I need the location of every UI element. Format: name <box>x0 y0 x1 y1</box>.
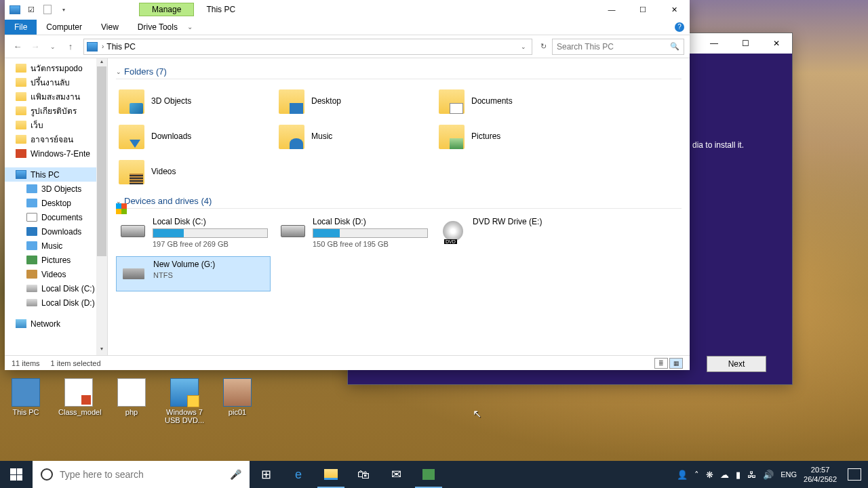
view-large-icons-icon[interactable]: ▦ <box>669 358 683 369</box>
installer-minimize[interactable]: — <box>698 33 730 54</box>
nav-documents[interactable]: Documents <box>5 210 107 224</box>
store-icon[interactable]: 🛍 <box>347 461 380 488</box>
search-box[interactable]: 🔍 <box>552 39 684 55</box>
collapse-icon[interactable]: ⌄ <box>116 68 121 75</box>
nav-quick-item[interactable]: แพิมสะสมงาน <box>5 89 107 104</box>
nav-desktop[interactable]: Desktop <box>5 196 107 210</box>
taskbar-search-input[interactable] <box>60 469 223 480</box>
nav-videos[interactable]: Videos <box>5 267 107 281</box>
explorer-icon[interactable] <box>315 461 347 488</box>
forward-button[interactable]: → <box>28 39 43 54</box>
new-icon[interactable] <box>40 2 55 17</box>
nav-quick-item[interactable]: รูปเกียรติบัตร <box>5 104 107 118</box>
app-icon[interactable] <box>412 461 445 488</box>
address-bar[interactable]: › This PC ⌄ <box>83 39 532 55</box>
back-button[interactable]: ← <box>10 39 25 54</box>
nav-quick-item[interactable]: ปรึ้นงานลับ <box>5 75 107 89</box>
nav-downloads[interactable]: Downloads <box>5 224 107 239</box>
minimize-button[interactable]: — <box>596 0 627 19</box>
search-input[interactable] <box>557 42 670 52</box>
drive-c[interactable]: Local Disk (C:) 197 GB free of 269 GB <box>116 214 271 251</box>
nav-quick-item[interactable]: เว็บ <box>5 118 107 132</box>
people-icon[interactable]: 👤 <box>677 470 688 480</box>
up-button[interactable]: ↑ <box>63 39 78 54</box>
folder-videos[interactable]: Videos <box>116 155 271 188</box>
tab-view[interactable]: View <box>92 20 128 35</box>
view-details-icon[interactable]: ≣ <box>654 358 668 369</box>
desktop-class-model[interactable]: Class_model <box>58 378 99 424</box>
folder-icon <box>16 135 26 144</box>
properties-icon[interactable]: ☑ <box>24 2 39 17</box>
nav-3d-objects[interactable]: 3D Objects <box>5 182 107 196</box>
folder-music[interactable]: Music <box>276 120 431 152</box>
drive-e-dvd[interactable]: DVD RW Drive (E:) <box>436 214 591 251</box>
address-text[interactable]: This PC <box>106 42 518 52</box>
address-dropdown-icon[interactable]: ⌄ <box>518 43 529 50</box>
drive-icon <box>26 285 37 292</box>
taskbar-search[interactable]: 🎤 <box>33 461 250 488</box>
desktop-pic01[interactable]: pic01 <box>217 378 258 424</box>
maximize-button[interactable]: ☐ <box>627 0 658 19</box>
tab-file[interactable]: File <box>5 20 37 35</box>
close-button[interactable]: ✕ <box>658 0 690 19</box>
tab-computer[interactable]: Computer <box>37 20 92 35</box>
network-icon[interactable]: 🖧 <box>747 470 756 480</box>
microphone-icon[interactable]: 🎤 <box>230 469 241 480</box>
navigation-bar: ← → ⌄ ↑ › This PC ⌄ ↻ 🔍 <box>5 35 690 58</box>
desktop-this-pc[interactable]: This PC <box>5 378 46 424</box>
nav-scrollbar[interactable]: ▴ ▾ <box>96 58 107 355</box>
clock[interactable]: 20:57 26/4/2562 <box>804 465 837 485</box>
installer-maximize[interactable]: ☐ <box>730 33 761 54</box>
scroll-down-icon[interactable]: ▾ <box>97 346 106 355</box>
drive-g-new-volume[interactable]: New Volume (G:) NTFS <box>116 256 271 291</box>
tab-drive-tools[interactable]: Drive Tools <box>128 20 187 35</box>
installer-next-button[interactable]: Next <box>707 356 766 372</box>
installer-close[interactable]: ✕ <box>761 33 792 54</box>
section-drives[interactable]: ⌄ Devices and drives (4) <box>116 196 682 209</box>
pc-icon <box>7 2 22 17</box>
nav-quick-item[interactable]: อาจารย์จอน <box>5 132 107 146</box>
mail-icon[interactable]: ✉ <box>380 461 412 488</box>
folder-icon <box>16 64 26 73</box>
action-center-icon[interactable] <box>848 468 861 481</box>
content-pane[interactable]: ⌄ Folders (7) 3D Objects Desktop Documen… <box>108 58 690 355</box>
battery-icon[interactable]: ▮ <box>736 470 741 480</box>
videos-icon <box>26 270 37 279</box>
volume-icon[interactable]: 🔊 <box>763 470 774 480</box>
nav-local-disk-c[interactable]: Local Disk (C:) <box>5 281 107 296</box>
nav-quick-item[interactable]: Windows-7-Ente <box>5 146 107 161</box>
tray-expand-icon[interactable]: ˄ <box>694 470 699 480</box>
folder-icon <box>16 106 26 115</box>
language-indicator[interactable]: ENG <box>781 470 797 479</box>
nav-music[interactable]: Music <box>5 239 107 253</box>
nav-network[interactable]: Network <box>5 317 107 331</box>
folder-3d-objects[interactable]: 3D Objects <box>116 85 271 117</box>
desktop-php[interactable]: php <box>111 378 152 424</box>
nav-quick-item[interactable]: นวัตกรรมpodo <box>5 61 107 75</box>
drive-d[interactable]: Local Disk (D:) 150 GB free of 195 GB <box>276 214 431 251</box>
edge-icon[interactable]: e <box>282 461 315 488</box>
search-icon[interactable]: 🔍 <box>670 42 679 51</box>
nav-local-disk-d[interactable]: Local Disk (D:) <box>5 296 107 310</box>
folder-desktop[interactable]: Desktop <box>276 85 431 117</box>
ribbon-collapse-icon[interactable]: ⌄ <box>187 23 193 30</box>
refresh-button[interactable]: ↻ <box>538 42 549 51</box>
task-view-icon[interactable]: ⊞ <box>250 461 282 488</box>
context-tab-manage[interactable]: Manage <box>139 3 194 16</box>
folder-documents[interactable]: Documents <box>436 85 591 117</box>
recent-dropdown-icon[interactable]: ⌄ <box>45 39 60 54</box>
scroll-thumb[interactable] <box>97 66 106 256</box>
navigation-pane[interactable]: นวัตกรรมpodo ปรึ้นงานลับ แพิมสะสมงาน รูป… <box>5 58 108 355</box>
cortana-icon[interactable] <box>41 468 53 481</box>
tray-app-icon[interactable]: ❋ <box>706 470 713 480</box>
onedrive-icon[interactable]: ☁ <box>720 470 729 480</box>
section-folders[interactable]: ⌄ Folders (7) <box>116 66 682 79</box>
help-icon[interactable]: ? <box>675 22 684 32</box>
desktop-windows7-usb[interactable]: Windows 7 USB DVD... <box>164 378 205 424</box>
start-button[interactable] <box>0 461 33 488</box>
qat-dropdown-icon[interactable]: ▾ <box>56 2 71 17</box>
nav-this-pc[interactable]: This PC <box>5 167 107 182</box>
folder-pictures[interactable]: Pictures <box>436 120 591 152</box>
folder-downloads[interactable]: Downloads <box>116 120 271 152</box>
nav-pictures[interactable]: Pictures <box>5 253 107 267</box>
